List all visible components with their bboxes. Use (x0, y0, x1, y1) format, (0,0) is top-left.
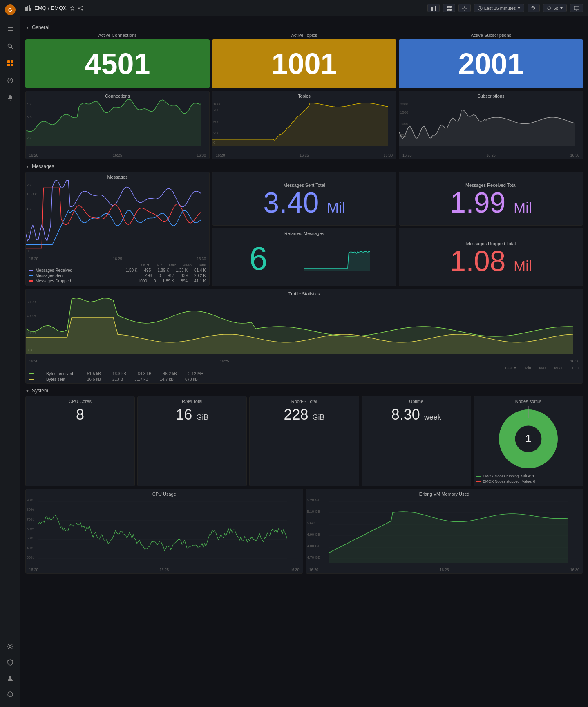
rootfs-total-card: RootFS Total 228 GiB (249, 396, 359, 486)
retained-value-display: 6 (212, 240, 304, 277)
uptime-card: Uptime 8.30 week (362, 396, 471, 486)
user-icon[interactable] (3, 671, 18, 686)
dashboard-btn[interactable] (443, 4, 455, 12)
svg-line-6 (11, 47, 13, 49)
system-metrics-row: CPU Cores 8 RAM Total 16 GiB RootFS Tota… (25, 396, 583, 486)
time-range-btn[interactable]: Last 15 minutes (474, 4, 525, 12)
svg-rect-3 (8, 29, 13, 30)
messages-top-row: Messages 16:20 16:25 16:30 Last ▼MinMaxM… (25, 172, 583, 286)
settings-icon[interactable] (3, 639, 18, 654)
share-icon[interactable] (78, 6, 83, 11)
time-range-label: Last 15 minutes (484, 6, 516, 11)
messages-section-header[interactable]: ▼ Messages (25, 163, 583, 169)
compass-icon[interactable] (3, 73, 18, 88)
svg-rect-8 (11, 60, 13, 63)
zoom-out-btn[interactable] (528, 4, 540, 12)
main-content: EMQ / EMQX Last 15 minutes (20, 0, 588, 707)
ram-total-card: RAM Total 16 GiB (137, 396, 247, 486)
big-stats-row: Active Connections 4501 Active Topics 10… (25, 33, 583, 88)
search-icon[interactable] (3, 39, 18, 54)
messages-chart: Messages 16:20 16:25 16:30 Last ▼MinMaxM… (25, 172, 210, 286)
svg-marker-39 (518, 7, 520, 9)
cpu-cores-card: CPU Cores 8 (25, 396, 135, 486)
connections-x-axis: 16:20 16:25 16:30 (26, 152, 209, 159)
system-label: System (32, 388, 48, 394)
active-connections-card: Active Connections 4501 (25, 33, 210, 88)
svg-rect-7 (7, 60, 10, 63)
sidebar-bottom: ? (3, 638, 18, 703)
svg-text:?: ? (9, 693, 11, 697)
erlang-x-axis: 16:20 16:25 16:30 (306, 567, 583, 573)
svg-rect-17 (25, 7, 27, 11)
cpu-cores-value: 8 (28, 406, 132, 423)
svg-rect-33 (447, 9, 449, 11)
uptime-value: 8.30 week (364, 406, 468, 423)
svg-point-13 (9, 646, 11, 648)
traffic-row: Traffic Statistics 16:20 16:25 16:30 Las… (25, 289, 583, 384)
chart-type-btn[interactable] (427, 4, 440, 12)
svg-rect-9 (7, 64, 10, 66)
refresh-chevron-icon (560, 7, 563, 10)
star-icon[interactable] (70, 6, 75, 11)
legend-received-label: Messages Received (36, 268, 80, 273)
retained-messages-title: Retained Messages (212, 228, 396, 237)
subscriptions-chart-body (399, 99, 583, 152)
nodes-running-label: EMQX Nodes running (483, 474, 519, 478)
traffic-x-axis: 16:20 16:25 16:30 (26, 358, 583, 365)
bell-icon[interactable] (3, 90, 18, 105)
chart-icon (431, 6, 436, 11)
rootfs-total-title: RootFS Total (252, 399, 356, 404)
traffic-chart-body (26, 297, 583, 358)
messages-received-total-card: Messages Received Total 1.99 Mil (399, 172, 583, 226)
active-subscriptions-value-card: 2001 (399, 39, 583, 88)
refresh-btn[interactable]: 5s (543, 4, 567, 12)
system-chevron-icon: ▼ (25, 389, 29, 393)
retained-mini-chart (304, 246, 396, 271)
active-subscriptions-card: Active Subscriptions 2001 (399, 33, 583, 88)
ram-total-value: 16 GiB (140, 406, 244, 423)
active-connections-title: Active Connections (25, 33, 210, 38)
erlang-memory-chart-body (306, 497, 583, 567)
active-topics-title: Active Topics (212, 33, 396, 38)
svg-point-5 (8, 44, 11, 48)
cpu-usage-chart-body (26, 497, 303, 567)
breadcrumb: EMQ / EMQX (34, 5, 67, 11)
svg-rect-45 (574, 6, 579, 10)
traffic-chart: Traffic Statistics 16:20 16:25 16:30 Las… (25, 289, 583, 384)
system-section-header[interactable]: ▼ System (25, 388, 583, 394)
cpu-x-axis: 16:20 16:25 16:30 (26, 567, 303, 573)
shield-icon[interactable] (3, 655, 18, 670)
cpu-cores-title: CPU Cores (28, 399, 132, 404)
svg-rect-29 (434, 8, 434, 11)
messages-label: Messages (32, 163, 54, 169)
svg-marker-21 (70, 6, 74, 10)
help-icon[interactable]: ? (3, 687, 18, 702)
rootfs-total-value: 228 GiB (252, 406, 356, 423)
legend-dropped-dot (29, 280, 33, 282)
app-logo: G (4, 4, 16, 16)
tv-btn[interactable] (570, 4, 583, 12)
messages-chevron-icon: ▼ (25, 164, 29, 169)
refresh-icon (547, 6, 552, 11)
legend-bytes-sent: Bytes sent 16.5 kB213 B31.7 kB14.7 kB678… (29, 377, 579, 382)
topics-chart: Topics 16:20 16:25 16:30 (212, 91, 396, 159)
messages-chart-title: Messages (26, 172, 209, 180)
general-section-header[interactable]: ▼ General (25, 25, 583, 30)
svg-rect-20 (30, 8, 31, 11)
dashboard-icon[interactable] (3, 56, 18, 71)
svg-rect-27 (431, 7, 432, 11)
messages-dropped-total-card: Messages Dropped Total 1.08 Mil (399, 228, 583, 286)
settings-btn[interactable] (458, 4, 471, 12)
svg-marker-43 (550, 7, 551, 8)
nodes-status-card: Nodes status EMQX Nodes running Value: 1… (474, 396, 583, 486)
legend-sent: Messages Sent 498091743920.2 K (29, 273, 206, 278)
messages-legend: Messages Received 1.50 K4951.89 K1.33 K6… (26, 267, 209, 286)
svg-line-26 (79, 8, 82, 10)
subscriptions-x-axis: 16:20 16:25 16:30 (399, 152, 583, 159)
bytes-sent-label: Bytes sent (46, 377, 75, 382)
active-topics-card: Active Topics 1001 (212, 33, 396, 88)
sidebar: G (0, 0, 20, 707)
legend-sent-dot (29, 275, 33, 276)
traffic-legend-headers: Last ▼MinMaxMeanTotal (26, 365, 583, 370)
sidebar-expand-icon[interactable] (3, 22, 18, 36)
